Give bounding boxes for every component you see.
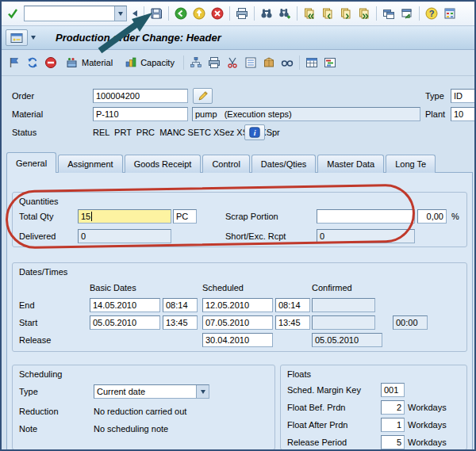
new-session-button[interactable] <box>380 5 397 22</box>
order-value: 100004200 <box>96 91 140 101</box>
enter-button[interactable] <box>4 5 21 22</box>
type-value: ID <box>454 91 463 101</box>
start-basic-time: 13:45 <box>166 318 188 327</box>
start-scheduled-date-field[interactable]: 07.05.2010 <box>202 315 273 330</box>
scrap-portion-input[interactable] <box>317 209 415 224</box>
plant-field[interactable]: 10 <box>451 107 476 121</box>
type-field[interactable]: ID <box>451 89 476 103</box>
tab-label: Dates/Qties <box>261 159 306 169</box>
tab-label: Goods Receipt <box>134 159 192 169</box>
create-shortcut-button[interactable] <box>398 5 416 22</box>
tab-label: Control <box>212 159 240 169</box>
previous-page-button[interactable] <box>319 5 336 22</box>
lock-order-button[interactable] <box>42 54 60 71</box>
total-qty-input[interactable]: 15 <box>78 209 171 224</box>
tab-goods-receipt[interactable]: Goods Receipt <box>125 155 202 173</box>
delivered-label: Delivered <box>19 229 56 243</box>
float-after-label: Float After Prdn <box>287 418 347 432</box>
tab-dates-qties[interactable]: Dates/Qties <box>251 155 316 173</box>
tab-general[interactable]: General <box>6 152 56 173</box>
read-master-data-button[interactable] <box>24 54 41 71</box>
plant-value: 10 <box>454 109 463 119</box>
gui-menu-button[interactable] <box>6 29 28 46</box>
list-icon <box>244 56 257 69</box>
tab-label: Long Te <box>395 159 426 169</box>
unit-field[interactable]: PC <box>173 209 197 224</box>
start-basic-time-field[interactable]: 13:45 <box>163 315 198 330</box>
end-scheduled-time-field[interactable]: 08:14 <box>275 298 310 312</box>
end-scheduled-time: 08:14 <box>278 300 301 310</box>
tab-master-data[interactable]: Master Data <box>317 155 384 173</box>
end-basic-time-field[interactable]: 08:14 <box>163 298 198 312</box>
next-page-button[interactable] <box>337 5 355 22</box>
display-mode-button[interactable] <box>278 54 296 71</box>
group-title: Floats <box>287 367 311 381</box>
print-button[interactable] <box>233 5 251 22</box>
scheduling-type-select[interactable]: Current date <box>94 384 209 399</box>
plant-label: Plant <box>425 107 445 121</box>
command-dropdown-icon[interactable] <box>114 6 126 21</box>
capacity-overview-button[interactable]: Capacity <box>119 53 180 72</box>
tab-assignment[interactable]: Assignment <box>58 155 122 173</box>
print-order-button[interactable] <box>205 54 223 71</box>
next-page-icon <box>340 7 352 20</box>
tab-control[interactable]: Control <box>202 155 249 173</box>
back-button[interactable] <box>172 5 190 22</box>
release-scheduled-date-field[interactable]: 30.04.2010 <box>202 333 273 347</box>
toolbar-separator <box>254 6 255 21</box>
status-label: Status <box>12 125 36 140</box>
capacity-button-label: Capacity <box>140 58 175 67</box>
order-field[interactable]: 100004200 <box>93 89 188 103</box>
end-scheduled-date-field[interactable]: 12.05.2010 <box>202 298 273 312</box>
tab-long-text[interactable]: Long Te <box>386 155 436 173</box>
end-basic-date-field[interactable]: 14.05.2010 <box>90 298 160 312</box>
material-overview-button[interactable]: Material <box>60 53 118 72</box>
scheduling-type-value: Current date <box>97 387 145 396</box>
group-title: Quantities <box>19 194 59 208</box>
hide-command-field-button[interactable] <box>129 5 140 22</box>
type-label: Type <box>425 89 444 103</box>
total-qty-label: Total Qty <box>19 209 53 224</box>
material-label: Material <box>12 107 43 121</box>
find-button[interactable] <box>258 5 275 22</box>
first-page-button[interactable] <box>301 5 318 22</box>
scheduling-group: Scheduling Type Current date Reduction N… <box>12 365 275 450</box>
back-icon <box>175 7 187 20</box>
customize-layout-button[interactable] <box>441 5 459 22</box>
find-next-button[interactable] <box>276 5 294 22</box>
float-before-field[interactable]: 2 <box>381 400 405 415</box>
scrap-percent-field[interactable]: 0,00 <box>417 209 447 224</box>
cancel-button[interactable] <box>209 5 226 22</box>
documents-overview-button[interactable] <box>242 54 259 71</box>
last-page-button[interactable] <box>355 5 373 22</box>
edit-order-button[interactable] <box>193 88 213 104</box>
table-view-button[interactable] <box>303 54 321 71</box>
toolbar-separator <box>168 6 169 21</box>
start-confirmed-time-field: 00:00 <box>393 315 428 330</box>
system-toolbar: ? <box>2 2 474 26</box>
gantt-chart-button[interactable] <box>321 54 339 71</box>
float-before-value: 2 <box>397 403 401 412</box>
dropdown-arrow-icon[interactable] <box>196 385 209 398</box>
start-basic-date-field[interactable]: 05.05.2010 <box>90 315 160 330</box>
material-field[interactable]: P-110 <box>93 107 188 121</box>
save-button[interactable] <box>148 5 165 22</box>
float-after-field[interactable]: 1 <box>381 418 405 432</box>
customize-icon <box>443 7 456 20</box>
release-period-field[interactable]: 5 <box>381 435 405 449</box>
gui-menu-dropdown-button[interactable] <box>28 29 38 46</box>
chevron-down-icon <box>31 36 36 40</box>
goods-movement-button[interactable] <box>260 54 278 71</box>
help-button[interactable]: ? <box>423 5 440 22</box>
start-scheduled-time-field[interactable]: 13:45 <box>275 315 310 330</box>
command-field[interactable] <box>24 6 127 21</box>
operations-overview-button[interactable] <box>187 54 205 71</box>
release-period-label: Release Period <box>287 435 347 449</box>
rescheduling-button[interactable] <box>224 54 241 71</box>
exit-button[interactable] <box>190 5 208 22</box>
status-info-button[interactable]: i <box>244 124 265 140</box>
sched-margin-key-field[interactable]: 001 <box>381 383 405 397</box>
release-order-button[interactable] <box>6 54 23 71</box>
order-label: Order <box>12 89 34 103</box>
material-value: P-110 <box>96 109 119 119</box>
